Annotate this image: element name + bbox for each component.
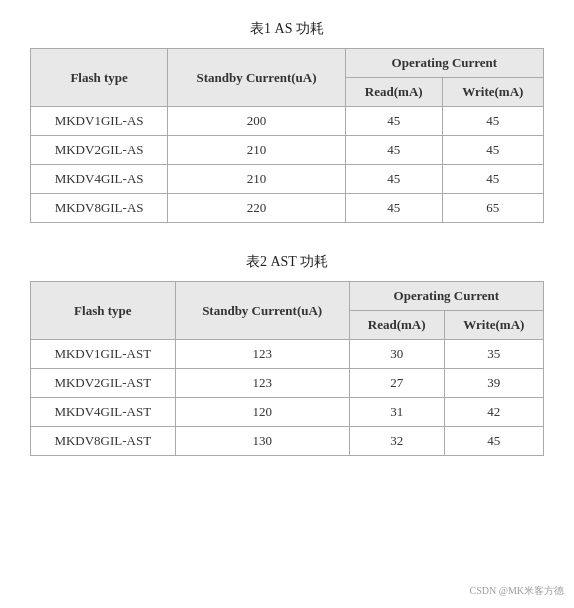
write-cell: 42: [444, 398, 543, 427]
read-cell: 45: [345, 107, 442, 136]
table2: Flash type Standby Current(uA) Operating…: [30, 281, 544, 456]
write-cell: 45: [442, 107, 543, 136]
write-cell: 45: [442, 165, 543, 194]
flash-type-cell: MKDV4GIL-AS: [31, 165, 168, 194]
table1-title: 表1 AS 功耗: [30, 20, 544, 38]
table2-operating-header: Operating Current: [349, 282, 543, 311]
standby-cell: 120: [175, 398, 349, 427]
standby-cell: 123: [175, 369, 349, 398]
write-cell: 45: [444, 427, 543, 456]
flash-type-cell: MKDV8GIL-AST: [31, 427, 176, 456]
table1-read-header: Read(mA): [345, 78, 442, 107]
table1-flash-type-header: Flash type: [31, 49, 168, 107]
table2-write-header: Write(mA): [444, 311, 543, 340]
flash-type-cell: MKDV1GIL-AS: [31, 107, 168, 136]
flash-type-cell: MKDV1GIL-AST: [31, 340, 176, 369]
read-cell: 32: [349, 427, 444, 456]
standby-cell: 220: [168, 194, 346, 223]
standby-cell: 130: [175, 427, 349, 456]
table-row: MKDV8GIL-AST 130 32 45: [31, 427, 544, 456]
flash-type-cell: MKDV2GIL-AS: [31, 136, 168, 165]
watermark: CSDN @MK米客方德: [470, 584, 565, 598]
read-cell: 45: [345, 194, 442, 223]
flash-type-cell: MKDV4GIL-AST: [31, 398, 176, 427]
table2-read-header: Read(mA): [349, 311, 444, 340]
table-row: MKDV4GIL-AST 120 31 42: [31, 398, 544, 427]
table-row: MKDV1GIL-AST 123 30 35: [31, 340, 544, 369]
table-row: MKDV1GIL-AS 200 45 45: [31, 107, 544, 136]
flash-type-cell: MKDV2GIL-AST: [31, 369, 176, 398]
standby-cell: 123: [175, 340, 349, 369]
read-cell: 27: [349, 369, 444, 398]
standby-cell: 200: [168, 107, 346, 136]
table1-operating-header: Operating Current: [345, 49, 543, 78]
write-cell: 45: [442, 136, 543, 165]
table-row: MKDV4GIL-AS 210 45 45: [31, 165, 544, 194]
flash-type-cell: MKDV8GIL-AS: [31, 194, 168, 223]
read-cell: 30: [349, 340, 444, 369]
standby-cell: 210: [168, 165, 346, 194]
table2-flash-type-header: Flash type: [31, 282, 176, 340]
write-cell: 65: [442, 194, 543, 223]
read-cell: 45: [345, 136, 442, 165]
standby-cell: 210: [168, 136, 346, 165]
table1-write-header: Write(mA): [442, 78, 543, 107]
table-row: MKDV8GIL-AS 220 45 65: [31, 194, 544, 223]
read-cell: 31: [349, 398, 444, 427]
write-cell: 39: [444, 369, 543, 398]
table1-standby-header: Standby Current(uA): [168, 49, 346, 107]
read-cell: 45: [345, 165, 442, 194]
table2-standby-header: Standby Current(uA): [175, 282, 349, 340]
table1: Flash type Standby Current(uA) Operating…: [30, 48, 544, 223]
table2-title: 表2 AST 功耗: [30, 253, 544, 271]
table-row: MKDV2GIL-AST 123 27 39: [31, 369, 544, 398]
write-cell: 35: [444, 340, 543, 369]
table-row: MKDV2GIL-AS 210 45 45: [31, 136, 544, 165]
